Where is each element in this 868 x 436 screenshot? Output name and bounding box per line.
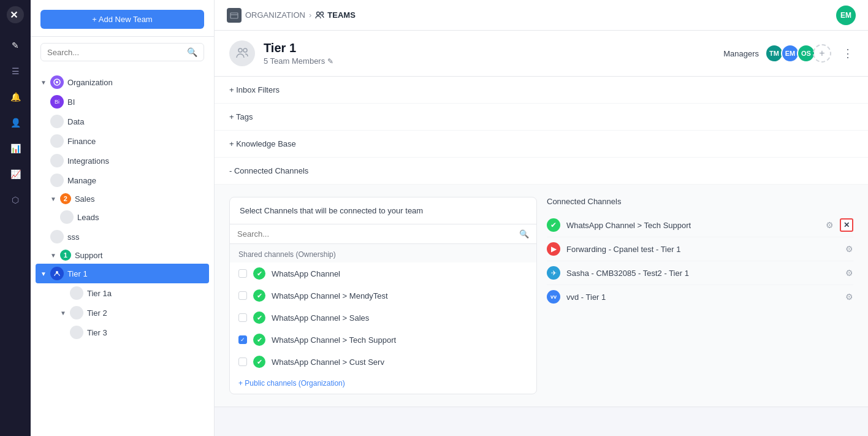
remove-button-cc1[interactable]: ✕ xyxy=(840,218,853,232)
tree-item-tier3[interactable]: Tier 3 xyxy=(31,323,214,342)
svg-point-8 xyxy=(238,48,242,52)
nav-icon-contacts[interactable]: 👤 xyxy=(8,115,23,130)
nav-icon-chart[interactable]: 📈 xyxy=(8,167,23,182)
tree-item-bi[interactable]: Bi BI xyxy=(31,92,214,112)
public-channels-expand[interactable]: + Public channels (Organization) xyxy=(230,373,536,394)
svg-point-6 xyxy=(317,12,320,15)
finance-avatar xyxy=(50,134,64,148)
wa-icon-wa4: ✔ xyxy=(253,334,265,346)
gear-icon-cc1[interactable]: ⚙ xyxy=(826,220,834,230)
chevron-support: ▼ xyxy=(50,252,56,259)
tree-item-manage[interactable]: Manage xyxy=(31,170,214,190)
connected-item-cc1: ✔ WhatsApp Channel > Tech Support ⚙ ✕ xyxy=(547,213,853,237)
nav-icon-reports[interactable]: 📊 xyxy=(8,141,23,156)
org-avatar xyxy=(50,75,64,89)
manager-add-button[interactable]: + xyxy=(813,44,831,63)
nav-icon-integrations[interactable]: ⬡ xyxy=(8,193,23,207)
tree-label-tier2: Tier 2 xyxy=(87,308,107,318)
tags-label: + Tags xyxy=(229,112,253,121)
tree-item-sss[interactable]: sss xyxy=(31,227,214,247)
checkbox-wa5[interactable] xyxy=(238,358,247,366)
team-icon xyxy=(229,40,255,66)
tree-label-bi: BI xyxy=(67,98,75,107)
inbox-filters-label: + Inbox Filters xyxy=(229,85,280,94)
team-members: 5 Team Members ✎ xyxy=(264,56,715,66)
gear-icon-cc2[interactable]: ⚙ xyxy=(845,244,853,254)
nav-icon-edit[interactable]: ✎ xyxy=(8,38,23,53)
connected-list-header: Connected Channels xyxy=(547,197,853,206)
add-team-button[interactable]: + Add New Team xyxy=(40,10,204,29)
more-options-button[interactable]: ⋮ xyxy=(842,47,853,60)
gear-icon-cc3[interactable]: ⚙ xyxy=(845,268,853,278)
nav-icon-chat[interactable]: ☰ xyxy=(8,64,23,78)
org-label: ORGANIZATION xyxy=(245,10,305,20)
channel-name-wa2: WhatsApp Channel > MendyTest xyxy=(272,291,388,300)
gear-icon-cc4[interactable]: ⚙ xyxy=(845,292,853,302)
svg-text:✕: ✕ xyxy=(10,10,18,20)
search-box: 🔍 xyxy=(40,43,204,61)
ch-icon-cc3: ✈ xyxy=(547,266,560,280)
knowledge-base-section[interactable]: + Knowledge Base xyxy=(215,131,868,158)
ch-icon-cc2: ▶ xyxy=(547,242,560,256)
channel-item-wa5[interactable]: ✔ WhatsApp Channel > Cust Serv xyxy=(230,351,536,373)
tree-label-sss: sss xyxy=(67,232,80,242)
svg-point-9 xyxy=(243,48,247,52)
tree-item-data[interactable]: Data xyxy=(31,112,214,131)
knowledge-base-label: + Knowledge Base xyxy=(229,139,296,148)
tree-item-sales[interactable]: ▼ 2 Sales xyxy=(31,190,214,207)
tree-label-tier1a: Tier 1a xyxy=(87,289,112,298)
channel-item-wa4[interactable]: ✓ ✔ WhatsApp Channel > Tech Support xyxy=(230,329,536,351)
checkbox-wa2[interactable] xyxy=(238,291,247,300)
wa-icon-wa5: ✔ xyxy=(253,356,265,368)
svg-point-3 xyxy=(56,81,58,83)
edit-members-icon[interactable]: ✎ xyxy=(327,57,333,66)
team-info: Tier 1 5 Team Members ✎ xyxy=(264,41,715,66)
leads-avatar xyxy=(60,210,74,224)
checkbox-wa4[interactable]: ✓ xyxy=(238,335,247,344)
tree-item-integrations[interactable]: Integrations xyxy=(31,151,214,170)
tree-item-tier1a[interactable]: Tier 1a xyxy=(31,283,214,303)
inbox-filters-section[interactable]: + Inbox Filters xyxy=(215,77,868,104)
sidebar: + Add New Team 🔍 ▼ Organization Bi BI Da… xyxy=(31,0,215,436)
channel-name-wa3: WhatsApp Channel > Sales xyxy=(272,313,369,323)
connected-item-name-cc1: WhatsApp Channel > Tech Support xyxy=(566,221,820,230)
connected-channels-label: - Connected Channels xyxy=(229,166,308,175)
checkbox-wa1[interactable] xyxy=(238,269,247,278)
user-avatar[interactable]: EM xyxy=(836,6,856,25)
channel-item-wa3[interactable]: ✔ WhatsApp Channel > Sales xyxy=(230,307,536,329)
tree-item-org[interactable]: ▼ Organization xyxy=(31,72,214,92)
channel-group-label: Shared channels (Ownership) xyxy=(230,244,536,262)
channel-item-wa2[interactable]: ✔ WhatsApp Channel > MendyTest xyxy=(230,285,536,307)
support-badge: 1 xyxy=(60,250,71,261)
checkbox-wa3[interactable] xyxy=(238,313,247,322)
logo-icon[interactable]: ✕ xyxy=(7,6,24,23)
channel-select-title: Select Channels that will be connected t… xyxy=(230,197,536,224)
chevron-tier1: ▼ xyxy=(40,270,47,277)
channel-name-wa4: WhatsApp Channel > Tech Support xyxy=(272,335,396,345)
channel-item-wa1[interactable]: ✔ WhatsApp Channel xyxy=(230,262,536,285)
channel-search-icon: 🔍 xyxy=(519,229,529,239)
connected-item-name-cc3: Sasha - CMB32085 - Test2 - Tier 1 xyxy=(566,269,839,278)
connected-channels-content: Select Channels that will be connected t… xyxy=(215,185,868,407)
tree-item-tier1[interactable]: ▼ Tier 1 xyxy=(36,264,209,283)
channel-search-input[interactable] xyxy=(237,229,516,239)
channel-search-box: 🔍 xyxy=(230,224,536,244)
connected-channels-section-header[interactable]: - Connected Channels xyxy=(215,158,868,185)
tags-section[interactable]: + Tags xyxy=(215,104,868,131)
teams-icon: TEAMS xyxy=(315,10,356,20)
tree-item-leads[interactable]: Leads xyxy=(31,207,214,227)
chevron-tier2: ▼ xyxy=(60,310,66,316)
tree-item-tier2[interactable]: ▼ Tier 2 xyxy=(31,303,214,323)
nav-icon-notify[interactable]: 🔔 xyxy=(8,90,23,104)
topbar-right: EM xyxy=(836,6,856,25)
tree-item-support[interactable]: ▼ 1 Support xyxy=(31,247,214,264)
search-icon: 🔍 xyxy=(187,47,197,57)
search-input[interactable] xyxy=(47,48,183,57)
tree-label-sales: Sales xyxy=(75,194,95,204)
connected-item-name-cc4: vvd - Tier 1 xyxy=(566,293,839,302)
tree-label-support: Support xyxy=(75,251,103,260)
wa-icon-wa1: ✔ xyxy=(253,267,265,280)
tree-item-finance[interactable]: Finance xyxy=(31,131,214,151)
tree-label-manage: Manage xyxy=(67,176,96,185)
wa-icon-wa2: ✔ xyxy=(253,289,265,302)
